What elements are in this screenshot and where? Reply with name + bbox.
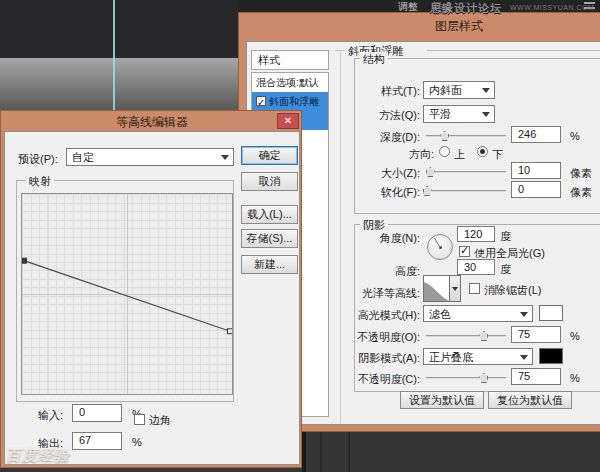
panel-divider-line <box>340 51 341 423</box>
watermark-brand: 思缘设计论坛 <box>430 1 502 16</box>
cancel-button[interactable]: 取消 <box>241 172 298 191</box>
contour-editor-dialog: 等高线编辑器 ✕ 预设(P): 自定 确定 取消 载入(L)... 存储(S).… <box>0 110 302 468</box>
chevron-down-icon <box>482 88 490 93</box>
depth-unit: % <box>570 130 580 142</box>
input-label: 输入: <box>38 408 63 423</box>
angle-dial[interactable] <box>427 234 453 260</box>
structure-group-label: 结构 <box>360 52 388 67</box>
reset-default-button[interactable]: 复位为默认值 <box>488 391 572 409</box>
angle-input[interactable]: 120 <box>457 226 495 242</box>
soften-field-label: 软化(F): <box>347 185 420 200</box>
direction-down-radio[interactable] <box>477 146 488 157</box>
gloss-contour-dropdown[interactable] <box>450 275 461 302</box>
canvas-dark-area <box>0 0 238 58</box>
new-button[interactable]: 新建... <box>241 255 298 274</box>
highlight-opacity-input[interactable]: 75 <box>511 326 561 343</box>
soften-unit: 像素 <box>570 185 592 200</box>
check-icon[interactable] <box>256 96 266 106</box>
contour-mapping-graph[interactable] <box>21 193 233 395</box>
contour-editor-title: 等高线编辑器 <box>1 114 303 131</box>
highlight-opacity-label: 不透明度(O): <box>354 330 420 345</box>
input-field[interactable]: 0 <box>72 404 122 422</box>
depth-field-label: 深度(D): <box>347 130 420 145</box>
chevron-down-icon <box>482 112 490 117</box>
style-field-label: 样式(T): <box>347 84 420 99</box>
shadow-mode-label: 阴影模式(A): <box>354 351 420 366</box>
size-input[interactable]: 10 <box>511 162 561 179</box>
contour-editor-body: 预设(P): 自定 确定 取消 载入(L)... 存储(S)... 新建... … <box>4 131 300 465</box>
preset-select[interactable]: 自定 <box>66 148 234 166</box>
angle-field-label: 角度(N): <box>354 231 420 246</box>
shadow-opacity-unit: % <box>570 372 580 384</box>
contour-curve <box>22 194 232 394</box>
soften-input[interactable]: 0 <box>511 181 561 198</box>
save-button[interactable]: 存储(S)... <box>241 229 298 248</box>
highlight-opacity-slider[interactable] <box>426 335 506 337</box>
depth-input[interactable]: 246 <box>511 126 561 143</box>
ok-button[interactable]: 确定 <box>241 146 298 165</box>
cyan-guide-line <box>113 0 115 110</box>
antialias-checkbox[interactable] <box>469 283 480 294</box>
photoshop-workspace: { "workspace": { "panel_tabs": [ {"label… <box>0 0 600 472</box>
depth-slider[interactable] <box>426 135 506 137</box>
watermark-url: WWW.MISSYUAN.COM <box>510 4 594 11</box>
output-unit: % <box>132 436 142 448</box>
mapping-group-label: 映射 <box>26 174 54 189</box>
shadow-opacity-label: 不透明度(C): <box>354 372 420 387</box>
size-unit: 像素 <box>570 166 592 181</box>
direction-down-label: 下 <box>492 147 503 162</box>
highlight-opacity-unit: % <box>570 330 580 342</box>
panel-divider <box>348 432 350 472</box>
shadow-opacity-input[interactable]: 75 <box>511 368 561 385</box>
shadow-opacity-slider[interactable] <box>426 377 506 379</box>
global-light-checkbox[interactable] <box>459 246 470 257</box>
highlight-color-swatch[interactable] <box>539 305 563 321</box>
output-field[interactable]: 67 <box>72 432 122 450</box>
altitude-field-label: 高度: <box>354 264 420 279</box>
highlight-mode-select[interactable]: 滤色 <box>423 305 533 322</box>
panel-divider <box>302 432 306 472</box>
layer-style-dialog-title: 图层样式 <box>239 18 600 35</box>
highlight-mode-label: 高光模式(H): <box>354 308 420 323</box>
style-item-bevel-emboss[interactable]: 斜面和浮雕 <box>252 92 328 111</box>
rule <box>335 50 345 51</box>
close-icon[interactable]: ✕ <box>277 113 299 129</box>
rule <box>427 50 600 51</box>
make-default-button[interactable]: 设置为默认值 <box>400 391 484 409</box>
corner-checkbox[interactable] <box>134 414 145 425</box>
altitude-unit: 度 <box>500 262 511 277</box>
size-slider[interactable] <box>426 171 506 173</box>
method-select[interactable]: 平滑 <box>423 105 495 123</box>
gloss-contour-thumbnail[interactable] <box>423 275 450 302</box>
angle-unit: 度 <box>500 229 511 244</box>
styles-list-header: 样式 <box>251 50 329 70</box>
load-button[interactable]: 载入(L)... <box>241 205 298 224</box>
gloss-contour-label: 光泽等高线: <box>354 286 420 301</box>
soften-slider[interactable] <box>426 190 506 192</box>
angle-dial-pointer <box>434 238 440 248</box>
style-item-blending-options[interactable]: 混合选项:默认 <box>252 73 328 92</box>
style-select[interactable]: 内斜面 <box>423 81 495 99</box>
canvas-gradient-area <box>0 58 238 110</box>
direction-up-label: 上 <box>454 147 465 162</box>
chevron-down-icon <box>221 155 229 160</box>
altitude-input[interactable]: 30 <box>457 259 495 275</box>
chevron-down-icon <box>520 355 528 360</box>
shadow-color-swatch[interactable] <box>539 348 563 364</box>
corner-label: 边角 <box>149 413 171 428</box>
direction-field-label: 方向: <box>354 147 434 162</box>
method-field-label: 方法(Q): <box>347 108 420 123</box>
direction-up-radio[interactable] <box>439 146 450 157</box>
antialias-label: 消除锯齿(L) <box>484 283 541 298</box>
chevron-down-icon <box>520 312 528 317</box>
panel-divider <box>320 432 322 472</box>
preset-label: 预设(P): <box>18 152 58 167</box>
watermark-bottom: 百度经验 <box>6 446 70 465</box>
shadow-mode-select[interactable]: 正片叠底 <box>423 348 533 365</box>
size-field-label: 大小(Z): <box>347 166 420 181</box>
